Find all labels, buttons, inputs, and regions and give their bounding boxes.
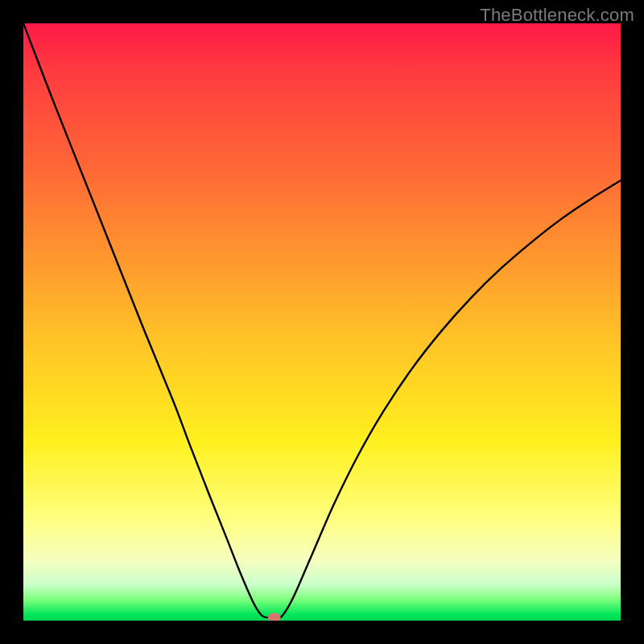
minimum-marker bbox=[268, 613, 281, 621]
chart-frame: TheBottleneck.com bbox=[0, 0, 644, 644]
chart-curve-layer bbox=[23, 23, 621, 621]
bottleneck-curve bbox=[23, 23, 621, 619]
watermark-label: TheBottleneck.com bbox=[480, 5, 634, 26]
